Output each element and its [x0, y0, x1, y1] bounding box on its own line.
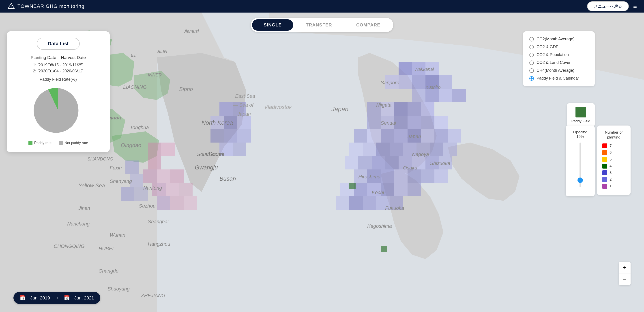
paddy-field-color-swatch — [576, 107, 586, 117]
svg-text:Suzhou: Suzhou — [139, 203, 156, 209]
planting-value: 3 — [610, 171, 612, 175]
planting-value: 4 — [610, 164, 612, 168]
planting-color-swatch — [602, 157, 607, 162]
paddy-field-legend-panel: Paddy Field — [567, 103, 595, 127]
calendar-start-icon: 📅 — [20, 295, 26, 301]
svg-text:Shanghai: Shanghai — [148, 219, 169, 224]
legend-paddy: Paddy rate — [28, 141, 52, 145]
svg-rect-34 — [354, 129, 367, 143]
svg-rect-78 — [210, 129, 224, 143]
planting-value: 6 — [610, 150, 612, 155]
svg-text:— Sea of: — Sea of — [233, 102, 254, 108]
hamburger-icon[interactable]: ≡ — [633, 3, 637, 10]
svg-rect-24 — [408, 116, 421, 129]
svg-rect-83 — [148, 156, 161, 169]
data-list-title-button[interactable]: Data List — [37, 38, 80, 50]
svg-rect-37 — [376, 143, 390, 156]
svg-text:Japan: Japan — [331, 106, 348, 113]
svg-text:Japan: Japan — [237, 111, 251, 117]
radio-label: Paddy Field & Calendar — [536, 76, 579, 81]
svg-text:North Korea: North Korea — [202, 119, 233, 126]
planting-legend-row: 7 — [602, 143, 625, 148]
paddy-field-legend-label: Paddy Field — [572, 119, 590, 123]
svg-rect-49 — [358, 156, 372, 169]
opacity-slider-thumb[interactable] — [578, 178, 583, 183]
radio-option-2[interactable]: CO2 & Population — [529, 53, 588, 57]
svg-rect-35 — [434, 129, 448, 143]
svg-rect-41 — [363, 143, 376, 156]
radio-label: CO2 & Population — [536, 53, 569, 57]
tab-switcher: SINGLE TRANSFER COMPARE — [250, 18, 393, 32]
radio-option-5[interactable]: Paddy Field & Calendar — [529, 76, 588, 81]
pie-chart-container — [31, 84, 85, 137]
planting-color-swatch — [602, 177, 607, 182]
opacity-panel: Opacity: 19% — [566, 126, 595, 196]
svg-rect-71 — [220, 102, 233, 116]
tab-single[interactable]: SINGLE — [252, 19, 293, 31]
planting-legend-row: 3 — [602, 170, 625, 175]
svg-rect-36 — [448, 129, 461, 143]
planting-color-swatch — [602, 150, 607, 155]
svg-text:Kushiro: Kushiro — [426, 85, 441, 90]
svg-text:Sendai: Sendai — [381, 120, 396, 126]
radio-option-0[interactable]: CO2(Month Average) — [529, 37, 588, 42]
svg-rect-77 — [237, 129, 251, 143]
not-paddy-color-swatch — [59, 141, 63, 145]
planting-legend-row: 2 — [602, 177, 625, 182]
paddy-legend-label: Paddy rate — [34, 141, 52, 145]
svg-rect-86 — [143, 169, 157, 183]
data-list-panel: Data List Planting Date – Harvest Date 1… — [7, 31, 110, 152]
svg-text:Yellow Sea: Yellow Sea — [78, 182, 105, 188]
svg-text:INNER: INNER — [148, 72, 162, 77]
paddy-field-rate-label: Paddy Field Rate(%) — [14, 77, 102, 82]
planting-value: 1 — [610, 184, 612, 188]
legend-not-paddy: Not paddy rate — [59, 141, 88, 145]
svg-rect-38 — [390, 143, 403, 156]
tab-compare[interactable]: COMPARE — [344, 19, 392, 31]
svg-rect-67 — [363, 196, 376, 210]
radio-circle — [529, 37, 534, 42]
svg-rect-93 — [126, 160, 139, 174]
svg-text:Fukuoka: Fukuoka — [385, 205, 404, 211]
planting-legend-row: 4 — [602, 164, 625, 169]
paddy-color-swatch — [28, 141, 32, 145]
radio-circle — [529, 61, 534, 65]
planting-color-swatch — [602, 164, 607, 169]
planting-legend-row: 6 — [602, 150, 625, 155]
svg-rect-9 — [412, 75, 426, 89]
radio-option-4[interactable]: CH4(Month Average) — [529, 68, 588, 73]
svg-rect-14 — [426, 89, 439, 102]
date-row-2: 2: [2020/01/04 - 2020/06/12] — [14, 69, 102, 74]
menu-back-button[interactable]: メニューへ戻る — [587, 1, 629, 11]
opacity-track[interactable] — [580, 143, 581, 187]
svg-rect-90 — [170, 196, 184, 210]
svg-rect-59 — [434, 169, 448, 183]
svg-rect-87 — [166, 183, 179, 196]
svg-rect-55 — [394, 169, 408, 183]
start-date-label[interactable]: Jan, 2019 — [30, 295, 50, 300]
radio-option-1[interactable]: CO2 & GDP — [529, 45, 588, 49]
svg-rect-20 — [421, 102, 434, 116]
svg-rect-56 — [408, 169, 421, 183]
planting-color-swatch — [602, 184, 607, 189]
radio-option-3[interactable]: CO2 & Land Cover — [529, 60, 588, 65]
planting-value: 2 — [610, 177, 612, 182]
zoom-out-button[interactable]: − — [619, 273, 630, 285]
logo-area: TOWNEAR GHG monitoring — [7, 2, 84, 10]
tab-transfer[interactable]: TRANSFER — [294, 19, 344, 31]
logo-text: TOWNEAR GHG monitoring — [18, 3, 84, 9]
zoom-in-button[interactable]: + — [619, 262, 630, 273]
end-date-label[interactable]: Jan, 2021 — [74, 295, 94, 300]
svg-text:Changde: Changde — [98, 268, 118, 274]
svg-rect-18 — [394, 102, 408, 116]
svg-rect-81 — [148, 143, 161, 156]
svg-text:Jinan: Jinan — [78, 205, 90, 211]
header-right: メニューへ戻る ≡ — [587, 1, 637, 11]
radio-circle — [529, 53, 534, 57]
opacity-slider-container — [570, 143, 590, 192]
svg-text:CHONGQING: CHONGQING — [54, 243, 85, 249]
svg-text:Shaoyang: Shaoyang — [108, 286, 130, 291]
svg-rect-92 — [157, 196, 170, 210]
svg-text:Jiamusi: Jiamusi — [184, 29, 199, 34]
svg-text:SHANDONG: SHANDONG — [87, 156, 113, 161]
